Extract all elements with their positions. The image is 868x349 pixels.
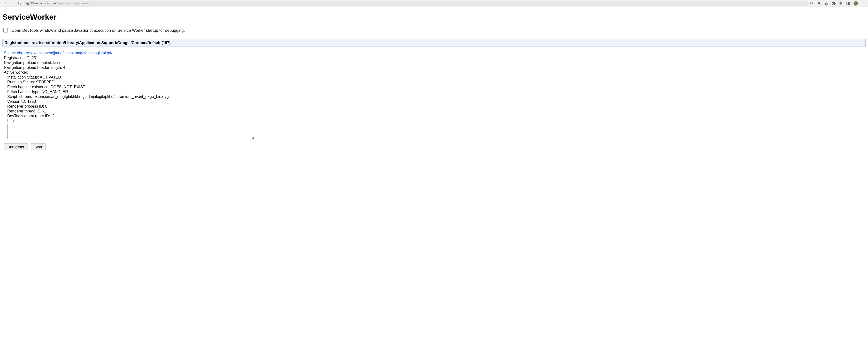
reading-list-icon[interactable] (839, 1, 843, 5)
back-icon[interactable] (3, 1, 7, 5)
nav-preload-enabled-line: Navigation preload enabled: false (4, 60, 864, 65)
extensions-icon[interactable] (832, 1, 836, 5)
reload-icon[interactable] (18, 1, 22, 5)
start-button[interactable]: Start (31, 143, 46, 150)
browser-toolbar: Chrome chrome://serviceworker-internals … (0, 0, 868, 7)
svg-point-2 (811, 2, 812, 4)
unregister-button[interactable]: Unregister (4, 143, 28, 150)
renderer-thread-id-line: Renderer thread ID: -1 (7, 109, 864, 114)
overflow-menu-icon[interactable]: ⋮ (861, 1, 865, 5)
zoom-icon[interactable] (810, 1, 814, 5)
url-scheme: chrome: (45, 1, 57, 5)
devtools-route-id-line: DevTools agent route ID: -2 (7, 114, 864, 118)
registration-actions: Unregister Start (4, 143, 864, 150)
svg-marker-5 (825, 2, 828, 5)
chrome-icon (26, 2, 30, 5)
svg-rect-9 (847, 2, 849, 5)
share-icon[interactable] (817, 1, 821, 5)
fetch-handler-type-line: Fetch handler type: NO_HANDLER (7, 89, 864, 94)
origin-label: Chrome (31, 1, 42, 5)
svg-point-1 (27, 3, 28, 4)
url-rest: //serviceworker-internals (57, 1, 91, 5)
nav-preload-header-length-line: Navigation preload header length: 4 (4, 65, 864, 70)
log-label: Log: (7, 118, 864, 123)
address-bar[interactable]: Chrome chrome://serviceworker-internals (24, 1, 808, 6)
page-title: ServiceWorker (2, 12, 866, 22)
svg-point-0 (27, 2, 29, 5)
nav-controls (3, 1, 22, 5)
devtools-debug-row: Open DevTools window and pause JavaScrip… (2, 27, 866, 33)
scope-link[interactable]: Scope: chrome-extension://djjmngfglakhkh… (4, 51, 112, 55)
devtools-debug-checkbox[interactable] (3, 28, 8, 32)
registrations-section-header: Registrations in: /Users/forinton/Librar… (2, 39, 866, 47)
registration-block: Scope: chrome-extension://djjmngfglakhkh… (2, 47, 866, 150)
running-status-line: Running Status: STOPPED (7, 80, 864, 85)
log-textarea[interactable] (7, 124, 254, 139)
installation-status-line: Installation Status: ACTIVATED (7, 75, 864, 80)
active-worker-label: Active worker: (4, 70, 864, 75)
toolbar-right: ⋮ (810, 1, 865, 6)
fetch-handler-existence-line: Fetch handler existence: DOES_NOT_EXIST (7, 85, 864, 89)
divider (43, 2, 44, 5)
devtools-debug-label[interactable]: Open DevTools window and pause JavaScrip… (11, 28, 185, 33)
bookmark-star-icon[interactable] (825, 1, 828, 5)
profile-avatar[interactable] (854, 1, 858, 6)
registration-id-line: Registration ID: 231 (4, 56, 864, 60)
side-panel-icon[interactable] (846, 1, 850, 5)
version-id-line: Version ID: 1753 (7, 99, 864, 104)
active-worker-block: Installation Status: ACTIVATED Running S… (7, 75, 864, 139)
forward-icon[interactable] (11, 1, 14, 5)
svg-line-3 (812, 4, 813, 5)
page-body: ServiceWorker Open DevTools window and p… (0, 7, 868, 160)
url-text: chrome://serviceworker-internals (45, 1, 91, 5)
renderer-process-id-line: Renderer process ID: 0 (7, 104, 864, 109)
script-line: Script: chrome-extension://djjmngfglakhk… (7, 94, 864, 99)
scope-line: Scope: chrome-extension://djjmngfglakhkh… (4, 51, 864, 56)
